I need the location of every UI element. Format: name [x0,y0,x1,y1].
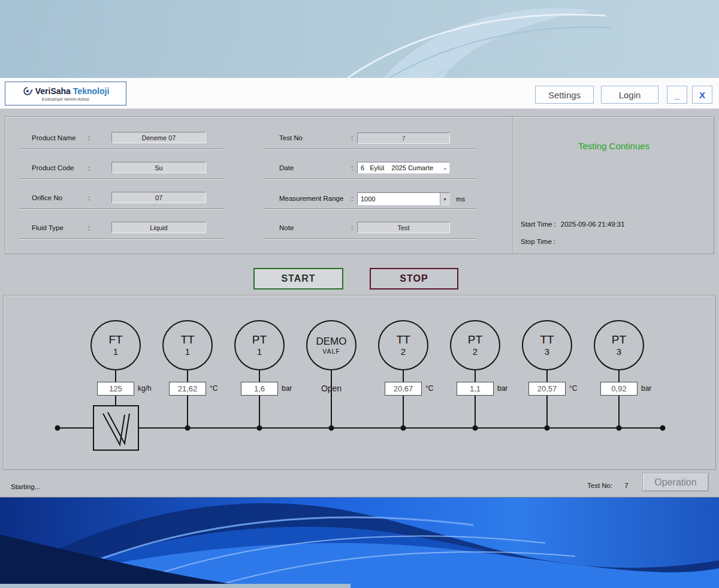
tt1-unit: °C [210,384,217,393]
pt1-value: 1,6 [241,382,278,396]
pt2-unit: bar [497,384,507,393]
row-underline [264,149,477,149]
instrument-num: 2 [401,346,406,357]
process-diagram-panel: FT 1 TT 1 PT 1 DEMO VALF TT 2 PT 2 TT 3 … [3,295,716,470]
test-setup-panel: Product Name : Deneme 07 Product Code : … [5,116,714,254]
date-label: Date [279,164,294,171]
note-field[interactable]: Test [357,222,450,233]
product-name-field[interactable]: Deneme 07 [111,132,206,143]
date-colon: : [351,164,353,171]
tt3-unit: °C [569,384,577,393]
instrument-tag: PT [612,333,626,346]
instrument-tag: TT [396,333,410,346]
testing-status-text: Testing Continues [513,141,715,151]
product-name-colon: : [88,134,90,141]
close-button[interactable]: X [692,86,712,104]
pt1-unit: bar [282,384,292,393]
instrument-pt2: PT 2 [450,320,500,370]
instrument-pt1: PT 1 [234,320,285,370]
start-time-label: Start Time : [521,221,556,228]
date-value: 6 Eylül 2025 Cumarte [361,164,433,171]
instrument-num: VALF [322,348,340,355]
settings-button[interactable]: Settings [535,86,594,104]
instrument-ft1: FT 1 [90,320,141,370]
minimize-button[interactable]: _ [667,86,687,104]
note-colon: : [351,224,353,231]
tt2-value: 20,67 [385,382,422,396]
measurement-range-value: 1000 [361,195,375,203]
statusbar-test-no-value: 7 [624,482,628,489]
brand-secondary: Teknoloji [73,86,109,96]
instrument-tag: PT [468,333,482,346]
operation-button[interactable]: Operation [642,473,709,491]
instrument-tag: TT [540,333,554,346]
test-no-field: 7 [357,132,450,144]
instrument-tag: FT [108,333,122,346]
product-code-colon: : [88,164,90,171]
date-dropdown-icon[interactable]: ⌄ [443,164,448,171]
product-name-label: Product Name [32,134,76,141]
test-no-label: Test No [279,134,303,141]
fluid-type-colon: : [88,224,90,231]
test-no-colon: : [351,134,353,141]
ft1-value: 125 [97,382,134,396]
statusbar-message: Starting... [11,483,40,490]
fluid-type-field[interactable]: Liquid [111,222,206,233]
instrument-num: 3 [545,346,549,357]
instrument-drop-lines [116,370,619,428]
start-button[interactable]: START [253,268,343,290]
verisaha-logo-icon [22,86,33,97]
stop-button[interactable]: STOP [370,268,458,290]
instrument-demo-valve: DEMO VALF [306,320,357,370]
measurement-range-colon: : [351,195,353,202]
wallpaper-bloom [0,497,719,588]
instrument-num: 3 [617,346,621,357]
tt1-value: 21,62 [169,382,206,396]
note-label: Note [279,224,294,231]
tt3-value: 20,57 [528,382,566,396]
orifice-no-field[interactable]: 07 [111,192,206,203]
product-code-label: Product Code [32,164,74,171]
measurement-range-dropdown-icon[interactable]: ▾ [440,193,449,205]
app-window: VeriSaha Teknoloji Endüstriyel Verinin A… [0,78,719,497]
date-picker[interactable]: 6 Eylül 2025 Cumarte ⌄ [357,162,450,174]
row-underline [19,239,223,239]
row-underline [264,209,477,209]
desktop-background-bottom [0,497,719,588]
tt2-unit: °C [425,384,433,393]
instrument-pt3: PT 3 [594,320,644,370]
start-time-value: 2025-09-06 21:49:31 [561,221,625,228]
pt3-unit: bar [641,384,651,393]
instrument-tt3: TT 3 [522,320,572,370]
row-underline [19,209,223,209]
row-underline [264,239,477,239]
row-underline [264,179,477,179]
measurement-range-unit: ms [456,195,465,203]
pt3-value: 0,92 [600,382,638,396]
instrument-tag: DEMO [316,336,347,348]
instrument-tt1: TT 1 [162,320,213,370]
measurement-range-label: Measurement Range [279,195,343,202]
product-code-field[interactable]: Su [111,162,206,173]
valve-state-text: Open [307,384,355,393]
ft1-unit: kg/h [138,384,152,393]
verisaha-logo: VeriSaha Teknoloji Endüstriyel Verinin A… [5,82,126,105]
instrument-num: 2 [473,346,478,357]
panel-divider [513,117,513,254]
brand-primary: VeriSaha [35,86,71,96]
pt2-value: 1,1 [457,382,494,396]
orifice-no-label: Orifice No [32,194,62,201]
instrument-tt2: TT 2 [378,320,428,370]
desktop-background-top [0,0,719,78]
brand-tagline: Endüstriyel Verinin Adresi [42,97,89,101]
instrument-num: 1 [257,346,262,357]
measurement-range-combo[interactable]: 1000 ▾ [357,192,450,206]
row-underline [19,149,223,149]
fluid-type-label: Fluid Type [32,224,64,231]
statusbar-test-no-label: Test No: [587,482,612,489]
stop-time-label: Stop Time : [521,238,555,245]
login-button[interactable]: Login [601,86,658,104]
instrument-num: 1 [185,346,190,357]
instrument-tag: PT [252,333,267,346]
wallpaper-swirl-top [312,0,719,78]
